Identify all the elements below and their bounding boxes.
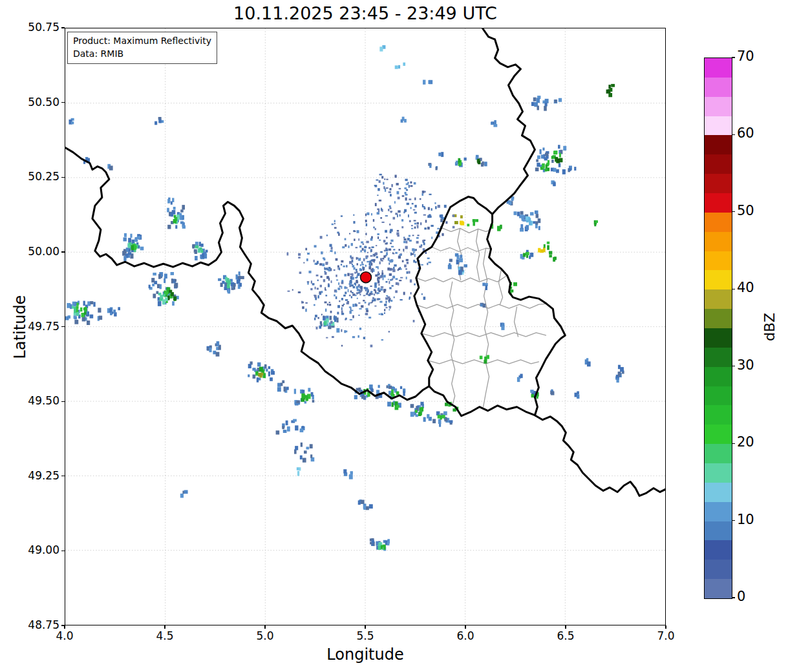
echo-pixel [264,364,267,369]
echo-pixel [377,292,379,293]
echo-pixel [438,419,442,424]
echo-pixel [608,93,612,97]
echo-pixel [610,88,612,92]
echo-pixel [334,251,335,254]
echo-pixel [385,230,387,233]
echo-pixel [349,311,351,314]
echo-pixel [361,242,363,244]
echo-pixel [363,295,366,297]
echo-pixel [453,226,455,229]
echo-pixel [369,504,373,509]
echo-pixel [424,207,426,209]
echo-pixel [542,163,545,168]
echo-pixel [420,222,421,225]
echo-pixel [429,194,431,195]
echo-pixel [352,265,355,268]
echo-pixel [386,179,388,180]
echo-pixel [425,252,427,254]
echo-pixel [363,244,364,245]
echo-pixel [365,213,367,216]
echo-pixel [392,276,395,278]
echo-pixel [164,274,167,278]
echo-pixel [303,458,306,463]
echo-pixel [458,158,460,163]
echo-pixel [414,284,416,286]
echo-pixel [195,256,198,260]
echo-pixel [482,162,484,165]
echo-pixel [328,284,330,287]
echo-pixel [165,297,167,301]
echo-pixel [409,297,410,299]
echo-pixel [379,180,381,183]
echo-pixel [343,469,346,473]
echo-pixel [423,80,425,85]
echo-pixel [375,228,376,230]
echo-pixel [335,275,337,277]
x-tick-mark [565,625,566,629]
echo-pixel [367,290,369,292]
echo-pixel [358,258,361,261]
echo-pixel [530,212,534,215]
echo-pixel [429,262,431,263]
echo-pixel [440,219,443,222]
echo-pixel [394,297,395,299]
echo-pixel [485,285,487,290]
echo-pixel [72,306,74,309]
echo-pixel [298,291,301,293]
echo-pixel [526,216,528,220]
echo-pixel [385,307,387,308]
echo-pixel [404,119,407,122]
echo-pixel [413,251,415,253]
echo-pixel [379,200,381,202]
echo-pixel [443,412,447,415]
x-tick-label: 6.0 [446,629,485,642]
echo-pixel [427,263,428,266]
echo-pixel [378,277,380,279]
echo-pixel [383,240,385,242]
echo-pixel [180,494,184,498]
echo-pixel [366,255,368,257]
colorbar-segment [705,270,732,289]
colorbar-segment [705,174,732,193]
x-tick-mark [164,625,165,629]
echo-pixel [137,236,141,239]
echo-pixel [381,545,383,549]
echo-pixel [284,386,286,392]
echo-pixel [389,306,391,308]
echo-pixel [228,289,229,293]
echo-pixel [296,401,300,403]
echo-pixel [416,414,418,417]
echo-pixel [339,286,341,288]
echo-pixel [357,263,358,265]
echo-pixel [363,258,365,262]
x-axis-label: Longitude [65,646,666,664]
echo-pixel [378,284,379,286]
echo-pixel [124,233,127,237]
echo-pixel [74,310,76,313]
echo-pixel [417,222,419,225]
colorbar-segment [705,386,732,406]
echo-pixel [369,293,372,295]
echo-pixel [341,286,342,289]
colorbar-segment [705,425,732,444]
colorbar-segment [705,116,732,136]
echo-pixel [538,248,540,253]
colorbar-segment [705,405,732,425]
echo-pixel [520,224,523,229]
echo-pixel [386,236,387,238]
echo-pixel [300,428,304,432]
echo-pixel [361,289,362,292]
echo-pixel [396,278,398,280]
echo-pixel [301,398,305,402]
echo-pixel [408,271,410,273]
echo-pixel [378,209,379,212]
echo-pixel [384,312,385,314]
echo-pixel [370,286,372,287]
echo-pixel [406,189,408,191]
echo-pixel [407,182,409,184]
echo-pixel [131,245,134,250]
echo-pixel [540,149,542,154]
echo-pixel [390,229,392,231]
colorbar-tick-mark [732,57,735,58]
echo-pixel [336,328,339,333]
